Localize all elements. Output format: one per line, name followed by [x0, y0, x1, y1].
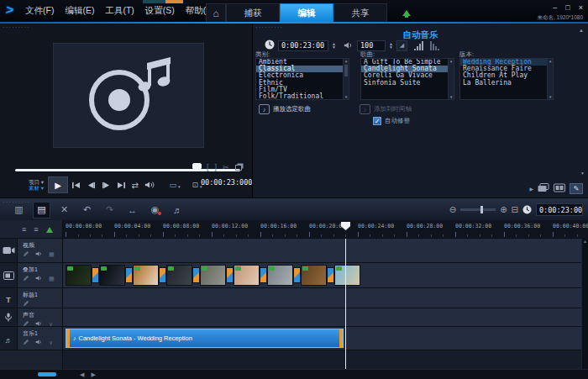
scroll-up-icon[interactable]: ▲ — [548, 59, 553, 63]
tab-home[interactable]: ⌂ — [206, 3, 226, 22]
track-content-overlay[interactable] — [63, 263, 588, 288]
track-edit-icon[interactable] — [23, 300, 29, 308]
mix-tools-button[interactable]: ✕ — [55, 202, 73, 218]
scroll-thumb[interactable] — [344, 65, 348, 76]
minimize-button[interactable]: – — [553, 3, 557, 12]
play-button[interactable]: ▶ — [48, 176, 68, 193]
clip-trim-handle[interactable] — [66, 329, 70, 347]
clip-mode-button[interactable]: 素材 — [29, 185, 39, 191]
menu-item-文件(F)[interactable]: 文件(F) — [25, 5, 54, 17]
enlarge-preview-icon[interactable] — [235, 165, 242, 171]
overlay-clip[interactable] — [200, 265, 226, 286]
track-content-music[interactable]: ♪Candlelight Sonata - Wedding Reception — [63, 327, 588, 350]
expand-arrow-icon[interactable]: ▶ — [529, 186, 533, 192]
song-listbox[interactable]: A Gift To Be SimpleCandlelight SonataCor… — [360, 58, 454, 100]
mark-in-icon[interactable]: [ — [207, 163, 209, 171]
enlarge-button[interactable]: ▭ — [169, 181, 176, 189]
add-track-icon[interactable] — [46, 224, 53, 233]
listbox-scrollbar[interactable]: ▲▼ — [448, 59, 454, 99]
track-mute-icon[interactable] — [35, 250, 43, 258]
fade-in-icon[interactable] — [414, 41, 423, 50]
track-edit-icon[interactable] — [23, 250, 29, 258]
overlay-clip[interactable] — [166, 265, 192, 286]
overlay-clip[interactable] — [334, 265, 360, 286]
transition-icon[interactable] — [226, 267, 234, 283]
transition-icon[interactable] — [327, 267, 334, 283]
record-capture-option-button[interactable]: ◉ — [146, 202, 164, 218]
prev-frame-button[interactable] — [87, 182, 96, 189]
scroll-up-icon[interactable]: ▲ — [449, 59, 454, 63]
video-track-icon[interactable] — [3, 243, 15, 258]
track-list-icon[interactable]: ≡ — [34, 225, 38, 234]
timeline-zoom-slider[interactable] — [460, 208, 496, 211]
track-mute-icon[interactable] — [35, 275, 43, 282]
track-edit-icon[interactable] — [23, 275, 29, 282]
hscroll-thumb[interactable] — [38, 372, 56, 376]
transition-icon[interactable] — [192, 267, 200, 283]
track-content-title[interactable] — [63, 288, 588, 308]
overlay-clip[interactable] — [66, 265, 92, 286]
overlay-track-icon[interactable] — [3, 268, 14, 283]
transition-icon[interactable] — [159, 267, 166, 283]
scroll-down-icon[interactable]: ▼ — [548, 95, 553, 99]
scroll-left-icon[interactable]: ◀ — [80, 371, 84, 378]
list-item[interactable]: La Ballerina — [460, 80, 553, 87]
auto-trim-checkbox[interactable]: ✓ 自动修整 — [373, 117, 410, 125]
title-track-icon[interactable]: T — [6, 291, 11, 306]
zoom-in-icon[interactable]: ⊕ — [500, 205, 507, 214]
fade-out-icon[interactable] — [430, 41, 439, 50]
add-to-timeline-button[interactable]: ♪ 添加到时间轴 — [360, 104, 412, 114]
music-clip[interactable]: ♪Candlelight Sonata - Wedding Reception — [66, 329, 344, 348]
track-content-voice[interactable] — [63, 308, 588, 327]
category-listbox[interactable]: AmbientClassicalElectronicaEthnicFilm/TV… — [255, 58, 349, 100]
scroll-down-icon[interactable]: ▼ — [344, 95, 349, 99]
timeline-view-button[interactable]: ▤ — [33, 202, 50, 218]
list-item[interactable]: Folk/Traditional — [256, 93, 349, 100]
track-content-video[interactable] — [63, 239, 588, 263]
display-mode-button[interactable]: ⊡ — [192, 181, 199, 189]
clip-trim-handle[interactable] — [339, 329, 343, 347]
gallery-view-icon[interactable] — [538, 181, 549, 196]
track-expand-icon[interactable]: ∨ — [49, 340, 53, 346]
duration-spinner[interactable]: ▲▼ — [332, 42, 336, 49]
transition-icon[interactable] — [293, 267, 301, 283]
go-start-button[interactable] — [71, 182, 81, 189]
volume-field[interactable]: 100 — [357, 40, 386, 51]
scroll-down-icon[interactable]: ▼ — [449, 95, 454, 99]
transition-icon[interactable] — [260, 267, 267, 283]
go-end-button[interactable] — [117, 182, 126, 189]
volume-spinner[interactable]: ▲▼ — [389, 42, 393, 49]
overlay-clip[interactable] — [133, 265, 159, 286]
track-transparency-icon[interactable]: ▦ — [49, 276, 55, 282]
overlay-clip[interactable] — [99, 265, 125, 286]
system-volume-button[interactable] — [144, 181, 155, 189]
close-button[interactable]: × — [579, 3, 583, 12]
menu-item-设置(S)[interactable]: 设置(S) — [145, 5, 175, 17]
scroll-right-icon[interactable]: ▶ — [91, 371, 95, 378]
fade-button[interactable]: ◢ — [396, 40, 407, 51]
overlay-clip[interactable] — [301, 265, 327, 286]
tab-捕获[interactable]: 捕获 — [226, 3, 280, 22]
ripple-editing-button[interactable]: ↔ — [123, 202, 141, 218]
scroll-up-icon[interactable]: ▲ — [344, 59, 349, 63]
track-edit-icon[interactable] — [23, 339, 29, 346]
overlay-clip[interactable] — [234, 265, 260, 286]
redo-button[interactable]: ↷ — [101, 202, 118, 218]
panel-corner-arrow-icon[interactable]: ▼ — [580, 171, 585, 176]
panel-drag-handle[interactable]: ········· — [3, 25, 30, 29]
listbox-scrollbar[interactable]: ▲▼ — [547, 59, 553, 99]
version-listbox[interactable]: Wedding ReceptionRenaissance FaireChildr… — [459, 58, 554, 100]
fit-timeline-icon[interactable]: ⊟ — [512, 205, 518, 214]
list-item[interactable]: Sinfonia Suite — [361, 80, 454, 87]
options-edit-button[interactable]: ✎ — [570, 183, 583, 194]
restore-button[interactable]: □ — [565, 3, 570, 12]
voice-track-icon[interactable] — [4, 310, 13, 325]
timeline-hscrollbar[interactable]: ◀▶ — [0, 369, 588, 379]
repeat-button[interactable]: ⇄ — [132, 181, 139, 190]
track-transparency-icon[interactable]: ▦ — [49, 251, 55, 258]
play-selected-song-button[interactable]: ♪ 播放选定歌曲 — [259, 104, 311, 114]
menu-item-工具(T)[interactable]: 工具(T) — [105, 5, 134, 17]
tab-编辑[interactable]: 编辑 — [280, 3, 333, 22]
split-clip-icon[interactable]: ✂ — [223, 163, 229, 171]
music-track-icon[interactable]: ♬ — [5, 331, 13, 346]
